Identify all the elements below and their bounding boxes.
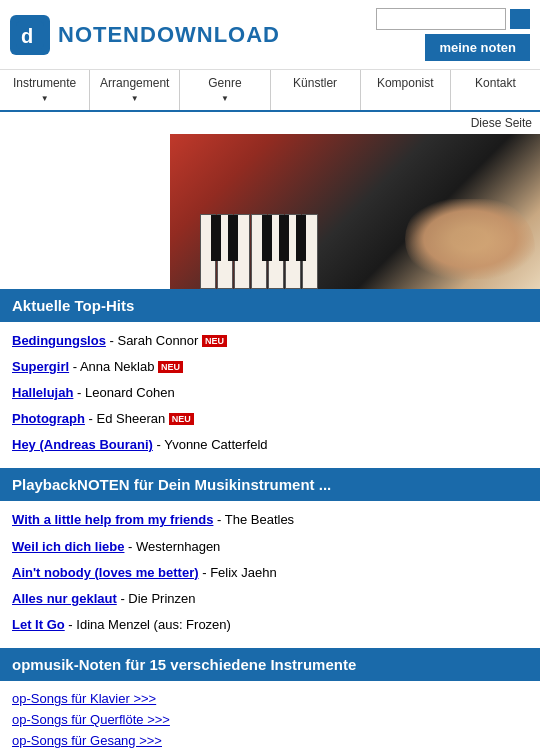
gesang-link[interactable]: op-Songs für Gesang >>> xyxy=(12,733,528,748)
list-item: Hey (Andreas Bourani) - Yvonne Catterfel… xyxy=(12,434,528,456)
list-item: With a little help from my friends - The… xyxy=(12,509,528,531)
list-item: Photograph - Ed Sheeran NEU xyxy=(12,408,528,430)
nav-item-genre[interactable]: Genre▼ xyxy=(180,70,270,110)
list-item: Alles nur geklaut - Die Prinzen xyxy=(12,588,528,610)
nav-item-arrangement[interactable]: Arrangement▼ xyxy=(90,70,180,110)
klavier-link[interactable]: op-Songs für Klavier >>> xyxy=(12,691,528,706)
list-item: Let It Go - Idina Menzel (aus: Frozen) xyxy=(12,614,528,636)
weil-ich-dich-liebe-link[interactable]: Weil ich dich liebe xyxy=(12,539,124,554)
nav-item-komponist[interactable]: Komponist xyxy=(361,70,451,110)
neu-badge: NEU xyxy=(158,361,183,373)
chevron-down-icon: ▼ xyxy=(221,94,229,103)
nav-bar: Instrumente▼ Arrangement▼ Genre▼ Künstle… xyxy=(0,70,540,112)
nav-item-instrumente[interactable]: Instrumente▼ xyxy=(0,70,90,110)
search-input[interactable] xyxy=(376,8,506,30)
alles-nur-geklaut-link[interactable]: Alles nur geklaut xyxy=(12,591,117,606)
nav-item-kontakt[interactable]: Kontakt xyxy=(451,70,540,110)
top-hits-list: Bedingungslos - Sarah Connor NEU Supergi… xyxy=(0,322,540,468)
aint-nobody-link[interactable]: Ain't nobody (loves me better) xyxy=(12,565,199,580)
hallelujah-link[interactable]: Hallelujah xyxy=(12,385,73,400)
logo-icon: d xyxy=(10,15,50,55)
supergirl-link[interactable]: Supergirl xyxy=(12,359,69,374)
chevron-down-icon: ▼ xyxy=(131,94,139,103)
playback-section-header: PlaybackNOTEN für Dein Musikinstrument .… xyxy=(0,468,540,501)
with-a-little-help-link[interactable]: With a little help from my friends xyxy=(12,512,213,527)
diese-seite: Diese Seite xyxy=(0,112,540,134)
bedingungslos-link[interactable]: Bedingungslos xyxy=(12,333,106,348)
playback-list: With a little help from my friends - The… xyxy=(0,501,540,647)
list-item: Ain't nobody (loves me better) - Felix J… xyxy=(12,562,528,584)
list-item: Supergirl - Anna Neklab NEU xyxy=(12,356,528,378)
top-hits-section-header: Aktuelle Top-Hits xyxy=(0,289,540,322)
header: d NOTENDOWNLOAD meine noten xyxy=(0,0,540,70)
list-item: Weil ich dich liebe - Westernhagen xyxy=(12,536,528,558)
neu-badge: NEU xyxy=(202,335,227,347)
let-it-go-link[interactable]: Let It Go xyxy=(12,617,65,632)
search-icon[interactable] xyxy=(510,9,530,29)
hey-link[interactable]: Hey (Andreas Bourani) xyxy=(12,437,153,452)
neu-badge: NEU xyxy=(169,413,194,425)
pop-songs-list: op-Songs für Klavier >>> op-Songs für Qu… xyxy=(0,681,540,755)
meine-noten-button[interactable]: meine noten xyxy=(425,34,530,61)
banner-image xyxy=(170,134,540,289)
chevron-down-icon: ▼ xyxy=(41,94,49,103)
querfloete-link[interactable]: op-Songs für Querflöte >>> xyxy=(12,712,528,727)
pop-songs-section-header: opmusik-Noten für 15 verschiedene Instru… xyxy=(0,648,540,681)
nav-item-kuenstler[interactable]: Künstler xyxy=(271,70,361,110)
logo-text: NOTENDOWNLOAD xyxy=(58,22,376,48)
photograph-link[interactable]: Photograph xyxy=(12,411,85,426)
list-item: Hallelujah - Leonard Cohen xyxy=(12,382,528,404)
svg-text:d: d xyxy=(21,25,33,47)
list-item: Bedingungslos - Sarah Connor NEU xyxy=(12,330,528,352)
